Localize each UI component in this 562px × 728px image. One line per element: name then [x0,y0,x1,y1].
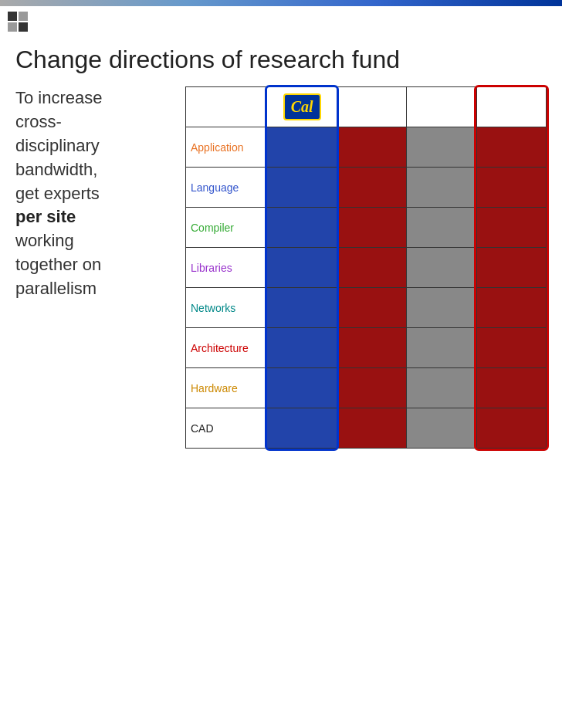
cell-7-0 [267,408,337,449]
cell-1-3 [476,168,546,208]
table-row: Application [186,127,547,168]
table-row: Libraries [186,248,547,288]
cell-4-1 [337,288,406,328]
page-title: Change directions of research fund [0,37,562,86]
row-label-libraries: Libraries [186,248,267,288]
row-label-cad: CAD [186,408,267,449]
row-label-architecture: Architecture [186,328,267,368]
cell-6-2 [407,368,476,408]
cell-1-1 [337,168,406,208]
logo-area [0,6,562,37]
logo-sq-1 [8,12,17,21]
header-stanford: S [476,87,546,127]
cell-6-1 [337,368,406,408]
cell-2-2 [407,208,476,248]
cell-1-0 [267,168,337,208]
row-label-hardware: Hardware [186,368,267,408]
content-area: To increase cross- disciplinary bandwidt… [0,86,562,449]
cell-4-0 [267,288,337,328]
table-row: Language [186,168,547,208]
table-row: Networks [186,288,547,328]
cell-6-0 [267,368,337,408]
row-label-language: Language [186,168,267,208]
cell-3-0 [267,248,337,288]
header-empty [186,87,267,127]
row-label-application: Application [186,127,267,168]
cell-2-3 [476,208,546,248]
cell-2-0 [267,208,337,248]
cell-1-2 [407,168,476,208]
research-table: Cal CMU MIT S ApplicationLanguageComp [185,86,547,449]
logo-sq-2 [19,12,28,21]
cell-5-3 [476,328,546,368]
table-wrapper: Cal CMU MIT S ApplicationLanguageComp [185,86,547,449]
table-row: Hardware [186,368,547,408]
table-row: Compiler [186,208,547,248]
row-label-networks: Networks [186,288,267,328]
cell-5-1 [337,328,406,368]
table-row: CAD [186,408,547,449]
cell-5-2 [407,328,476,368]
cell-3-1 [337,248,406,288]
cell-0-3 [476,127,546,168]
left-description: To increase cross- disciplinary bandwidt… [15,86,170,300]
cell-4-2 [407,288,476,328]
logo-sq-4 [19,22,28,32]
cell-4-3 [476,288,546,328]
table-row: Architecture [186,328,547,368]
cell-5-0 [267,328,337,368]
cell-3-2 [407,248,476,288]
cell-0-2 [407,127,476,168]
logo-sq-3 [8,22,17,32]
logo-squares [8,12,28,32]
cell-0-0 [267,127,337,168]
table-body: ApplicationLanguageCompilerLibrariesNetw… [186,127,547,449]
table-header-row: Cal CMU MIT S [186,87,547,127]
cell-2-1 [337,208,406,248]
cell-7-1 [337,408,406,449]
cell-7-3 [476,408,546,449]
cell-0-1 [337,127,406,168]
cal-logo: Cal [283,93,321,120]
header-cmu: CMU [337,87,406,127]
mit-logo: MIT [407,87,476,127]
cell-3-3 [476,248,546,288]
top-gradient-bar [0,0,562,6]
row-label-compiler: Compiler [186,208,267,248]
cell-6-3 [476,368,546,408]
header-mit: MIT [407,87,476,127]
cell-7-2 [407,408,476,449]
header-cal: Cal [267,87,337,127]
